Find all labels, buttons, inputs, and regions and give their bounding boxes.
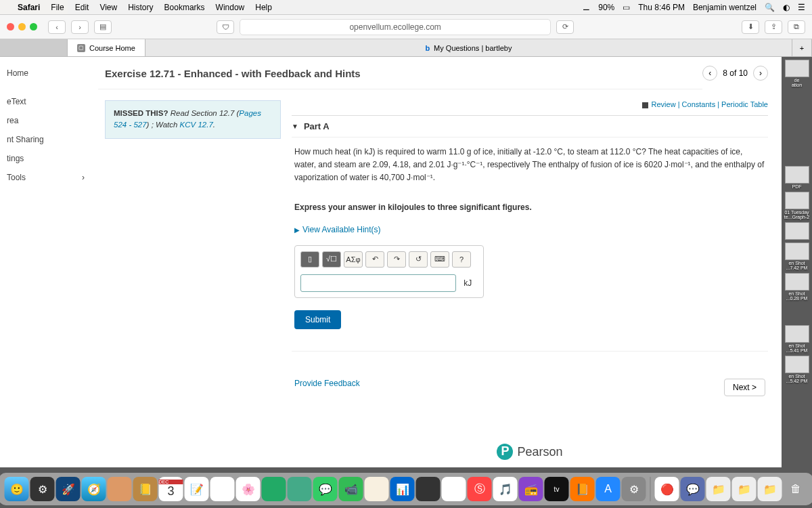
numbers-icon[interactable]: 📊 xyxy=(390,477,415,501)
messages-icon[interactable]: 💬 xyxy=(313,477,338,501)
desktop-file[interactable]: en Shot...7.42 PM xyxy=(784,242,811,270)
app-icon[interactable]: Ⓢ xyxy=(468,477,492,501)
redo-tool[interactable]: ↷ xyxy=(387,251,406,268)
clock[interactable]: Thu 8:46 PM xyxy=(638,3,685,12)
pearson-brand: PPearson xyxy=(292,403,768,467)
missed-mid: ) ; Watch xyxy=(147,121,180,129)
brand-text: Pearson xyxy=(517,444,562,458)
part-header[interactable]: ▼ Part A xyxy=(292,115,768,137)
desktop-file[interactable]: PDF xyxy=(784,166,811,189)
next-question[interactable]: › xyxy=(753,66,768,81)
tabs-icon[interactable]: ⧉ xyxy=(788,20,805,34)
chrome-icon[interactable]: 🔴 xyxy=(655,477,679,501)
contacts-icon[interactable]: 📒 xyxy=(133,477,158,501)
discord-icon[interactable]: 💬 xyxy=(681,477,705,501)
menu-window[interactable]: Window xyxy=(216,3,245,12)
forward-button[interactable]: › xyxy=(71,20,89,34)
menu-history[interactable]: History xyxy=(128,3,153,12)
nav-tools[interactable]: Tools› xyxy=(0,168,91,187)
menu-bookmarks[interactable]: Bookmarks xyxy=(164,3,205,12)
reload-button[interactable]: ⟳ xyxy=(556,20,574,34)
folder-icon[interactable]: 📁 xyxy=(732,477,757,501)
help-tool[interactable]: ? xyxy=(452,251,471,268)
nav-home[interactable]: Home xyxy=(0,64,91,83)
keyboard-tool[interactable]: ⌨ xyxy=(430,251,449,268)
notes-icon[interactable]: 📝 xyxy=(185,477,209,501)
missed-this-box: MISSED THIS? Read Section 12.7 (Pages 52… xyxy=(105,100,281,139)
prev-question[interactable]: ‹ xyxy=(702,66,717,81)
spotlight-icon[interactable]: 🔍 xyxy=(765,3,775,12)
photos-icon[interactable]: 🌸 xyxy=(236,477,261,501)
review-links[interactable]: Review | Constants | Periodic Table xyxy=(652,100,768,108)
app-icon[interactable] xyxy=(365,477,389,501)
launchpad-icon[interactable]: 🚀 xyxy=(56,477,81,501)
menu-edit[interactable]: Edit xyxy=(75,3,89,12)
tab-course-home[interactable]: ▢ Course Home xyxy=(68,39,145,56)
wifi-icon[interactable]: ⚊ xyxy=(583,3,590,12)
user-name[interactable]: Benjamin wentzel xyxy=(693,3,757,12)
battery-percent: 90% xyxy=(598,3,614,12)
desktop-file[interactable]: en Shot...0.28 PM xyxy=(784,273,811,301)
nav-settings[interactable]: tings xyxy=(0,149,91,168)
app-icon[interactable] xyxy=(262,477,286,501)
desktop-file[interactable] xyxy=(784,222,811,240)
nav-area[interactable]: rea xyxy=(0,111,91,130)
view-hints[interactable]: ▶View Available Hint(s) xyxy=(292,222,768,241)
finder-icon[interactable]: 🙂 xyxy=(5,477,29,501)
undo-tool[interactable]: ↶ xyxy=(365,251,384,268)
app-icon[interactable] xyxy=(108,477,132,501)
hint-column: MISSED THIS? Read Section 12.7 (Pages 52… xyxy=(98,89,288,467)
trash-icon[interactable]: 🗑 xyxy=(784,477,808,501)
shield-icon[interactable]: 🛡 xyxy=(217,20,234,34)
answer-input[interactable] xyxy=(300,274,456,292)
nav-sharing[interactable]: nt Sharing xyxy=(0,130,91,149)
submit-button[interactable]: Submit xyxy=(294,310,341,329)
desktop-file[interactable]: en Shot...5.42 PM xyxy=(784,356,811,383)
provide-feedback-link[interactable]: Provide Feedback xyxy=(294,379,360,396)
books-icon[interactable]: 📙 xyxy=(570,477,595,501)
back-button[interactable]: ‹ xyxy=(48,20,66,34)
downloads-icon[interactable]: ⬇ xyxy=(742,20,759,34)
share-icon[interactable]: ⇪ xyxy=(765,20,782,34)
app-name[interactable]: Safari xyxy=(18,3,40,12)
next-button[interactable]: Next > xyxy=(724,379,765,396)
greek-tool[interactable]: ΑΣφ xyxy=(344,251,363,268)
tab-overflow[interactable] xyxy=(0,39,68,56)
sqrt-tool[interactable]: √☐ xyxy=(322,251,341,268)
zoom-window[interactable] xyxy=(30,23,37,30)
menu-view[interactable]: View xyxy=(99,3,117,12)
podcasts-icon[interactable]: 📻 xyxy=(519,477,543,501)
nav-blank[interactable] xyxy=(0,83,91,92)
nav-etext[interactable]: eText xyxy=(0,92,91,111)
tab-bartleby[interactable]: b My Questions | bartleby xyxy=(145,39,792,56)
minimize-window[interactable] xyxy=(18,23,26,30)
app-icon[interactable] xyxy=(442,477,466,501)
kcv-link[interactable]: KCV 12.7 xyxy=(180,121,213,129)
app-icon[interactable] xyxy=(416,477,441,501)
music-icon[interactable]: 🎵 xyxy=(493,477,518,501)
reminders-icon[interactable]: ☑ xyxy=(210,477,235,501)
template-tool[interactable]: ▯ xyxy=(300,251,319,268)
appstore-icon[interactable]: A xyxy=(596,477,621,501)
sysprefs-icon[interactable]: ⚙ xyxy=(30,477,55,501)
menu-help[interactable]: Help xyxy=(255,3,272,12)
list-icon[interactable]: ☰ xyxy=(798,3,805,12)
desktop-file[interactable]: 01 Tuesdayte...Graph-2 xyxy=(784,192,811,219)
close-window[interactable] xyxy=(7,23,14,30)
calendar-icon[interactable]: DEC3 xyxy=(159,477,183,501)
settings-icon[interactable]: ⚙ xyxy=(622,477,646,501)
facetime-icon[interactable]: 📹 xyxy=(339,477,363,501)
reset-tool[interactable]: ↺ xyxy=(409,251,428,268)
folder-icon[interactable]: 📁 xyxy=(706,477,731,501)
control-center-icon[interactable]: ◐ xyxy=(783,3,790,12)
appletv-icon[interactable]: tv xyxy=(545,477,569,501)
safari-icon[interactable]: 🧭 xyxy=(82,477,106,501)
desktop-file[interactable]: en Shot...5.41 PM xyxy=(784,325,811,353)
folder-icon[interactable]: 📁 xyxy=(758,477,782,501)
desktop-file[interactable]: deation xyxy=(784,60,811,87)
address-bar[interactable]: openvellum.ecollege.com xyxy=(240,19,551,35)
new-tab-button[interactable]: + xyxy=(792,39,812,56)
menu-file[interactable]: File xyxy=(51,3,64,12)
sidebar-button[interactable]: ▤ xyxy=(94,20,112,34)
app-icon[interactable] xyxy=(288,477,312,501)
